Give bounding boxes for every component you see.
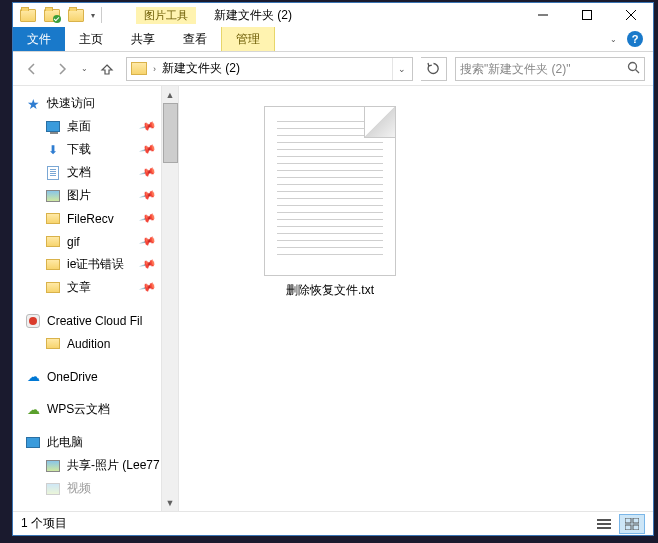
back-button[interactable]: [21, 58, 43, 80]
sidebar-item-filerecv[interactable]: FileRecv 📌: [13, 207, 161, 230]
status-bar: 1 个项目: [13, 511, 653, 535]
tab-home[interactable]: 主页: [65, 27, 117, 51]
folder-icon: [45, 211, 61, 227]
star-icon: ★: [25, 96, 41, 112]
sidebar-this-pc[interactable]: 此电脑: [13, 431, 161, 454]
help-icon[interactable]: ?: [627, 31, 643, 47]
search-icon[interactable]: [627, 61, 640, 77]
pin-icon: 📌: [139, 186, 158, 204]
pin-icon: 📌: [139, 163, 158, 181]
sidebar-creative-cloud[interactable]: Creative Cloud Fil: [13, 309, 161, 332]
sidebar-item-articles[interactable]: 文章 📌: [13, 276, 161, 299]
svg-rect-10: [633, 518, 639, 523]
sidebar-item-downloads[interactable]: ⬇ 下载 📌: [13, 138, 161, 161]
icons-view-button[interactable]: [619, 514, 645, 534]
folder-icon: [45, 257, 61, 273]
svg-rect-7: [597, 523, 611, 525]
file-explorer-window: ▾ 图片工具 新建文件夹 (2) 文件 主页 共享 查看 管理 ⌄ ? ⌄: [12, 2, 654, 536]
folder-icon: [45, 336, 61, 352]
svg-rect-6: [597, 519, 611, 521]
sidebar-item-label: 快速访问: [47, 95, 95, 112]
file-name: 删除恢复文件.txt: [286, 282, 374, 299]
svg-rect-9: [625, 518, 631, 523]
tab-file[interactable]: 文件: [13, 27, 65, 51]
title-bar: ▾ 图片工具 新建文件夹 (2): [13, 3, 653, 27]
qat-customize-icon[interactable]: ▾: [91, 11, 95, 20]
pin-icon: 📌: [139, 278, 158, 296]
sidebar-item-label: Audition: [67, 337, 110, 351]
creative-cloud-icon: [25, 313, 41, 329]
body: ★ 快速访问 桌面 📌 ⬇ 下载 📌 文档 📌: [13, 86, 653, 511]
qat-folder-icon[interactable]: [19, 6, 37, 24]
svg-rect-12: [633, 525, 639, 530]
up-button[interactable]: [96, 58, 118, 80]
qat-new-folder-icon[interactable]: [67, 6, 85, 24]
sidebar-item-gif[interactable]: gif 📌: [13, 230, 161, 253]
maximize-button[interactable]: [565, 3, 609, 27]
window-title: 新建文件夹 (2): [214, 7, 292, 24]
address-bar-row: ⌄ › 新建文件夹 (2) ⌄: [13, 52, 653, 86]
sidebar-item-desktop[interactable]: 桌面 📌: [13, 115, 161, 138]
svg-rect-8: [597, 527, 611, 529]
file-item[interactable]: 删除恢复文件.txt: [249, 106, 411, 299]
scroll-thumb[interactable]: [163, 103, 178, 163]
details-view-button[interactable]: [591, 514, 617, 534]
chevron-right-icon[interactable]: ›: [151, 64, 158, 74]
sidebar-item-label: 图片: [67, 187, 91, 204]
sidebar-item-label: FileRecv: [67, 212, 114, 226]
folder-icon: [45, 234, 61, 250]
sidebar-item-audition[interactable]: Audition: [13, 332, 161, 355]
item-count: 1 个项目: [21, 515, 67, 532]
search-input[interactable]: [460, 62, 627, 76]
sidebar-item-label: 视频: [67, 480, 91, 497]
picture-icon: [45, 188, 61, 204]
forward-button[interactable]: [51, 58, 73, 80]
search-box[interactable]: [455, 57, 645, 81]
qat-folder-properties-icon[interactable]: [43, 6, 61, 24]
minimize-button[interactable]: [521, 3, 565, 27]
text-file-icon: [264, 106, 396, 276]
sidebar-item-label: WPS云文档: [47, 401, 110, 418]
address-path[interactable]: 新建文件夹 (2): [162, 60, 388, 77]
sidebar-item-shared-photos[interactable]: 共享-照片 (Lee77: [13, 454, 161, 477]
address-bar[interactable]: › 新建文件夹 (2) ⌄: [126, 57, 413, 81]
sidebar-item-label: 此电脑: [47, 434, 83, 451]
tab-view[interactable]: 查看: [169, 27, 221, 51]
tab-share[interactable]: 共享: [117, 27, 169, 51]
sidebar-item-documents[interactable]: 文档 📌: [13, 161, 161, 184]
tab-manage[interactable]: 管理: [221, 27, 275, 51]
svg-rect-11: [625, 525, 631, 530]
address-dropdown-icon[interactable]: ⌄: [392, 58, 410, 80]
sidebar-wps[interactable]: ☁ WPS云文档: [13, 398, 161, 421]
sidebar-item-label: 桌面: [67, 118, 91, 135]
sidebar-scrollbar[interactable]: ▲ ▼: [161, 86, 178, 511]
svg-line-5: [636, 69, 640, 73]
folder-icon: [131, 62, 147, 75]
sidebar-item-label: gif: [67, 235, 80, 249]
expand-ribbon-icon[interactable]: ⌄: [610, 35, 617, 44]
sidebar-item-truncated[interactable]: 视频: [13, 477, 161, 500]
scroll-down-icon[interactable]: ▼: [162, 494, 178, 511]
refresh-button[interactable]: [421, 57, 447, 81]
sidebar-item-pictures[interactable]: 图片 📌: [13, 184, 161, 207]
scroll-up-icon[interactable]: ▲: [162, 86, 178, 103]
onedrive-icon: ☁: [25, 369, 41, 385]
ribbon-tabs: 文件 主页 共享 查看 管理 ⌄ ?: [13, 27, 653, 52]
svg-rect-1: [583, 11, 592, 20]
close-button[interactable]: [609, 3, 653, 27]
file-list[interactable]: 删除恢复文件.txt: [179, 86, 653, 511]
sidebar-item-ie-cert[interactable]: ie证书错误 📌: [13, 253, 161, 276]
pin-icon: 📌: [139, 232, 158, 250]
document-icon: [45, 165, 61, 181]
history-dropdown-icon[interactable]: ⌄: [81, 64, 88, 73]
sidebar-onedrive[interactable]: ☁ OneDrive: [13, 365, 161, 388]
pin-icon: 📌: [139, 209, 158, 227]
sidebar-item-label: ie证书错误: [67, 256, 124, 273]
pin-icon: 📌: [139, 117, 158, 135]
picture-icon: [45, 458, 61, 474]
sidebar-quick-access[interactable]: ★ 快速访问: [13, 92, 161, 115]
pin-icon: 📌: [139, 140, 158, 158]
pin-icon: 📌: [139, 255, 158, 273]
folder-icon: [45, 280, 61, 296]
sidebar-item-label: Creative Cloud Fil: [47, 314, 142, 328]
